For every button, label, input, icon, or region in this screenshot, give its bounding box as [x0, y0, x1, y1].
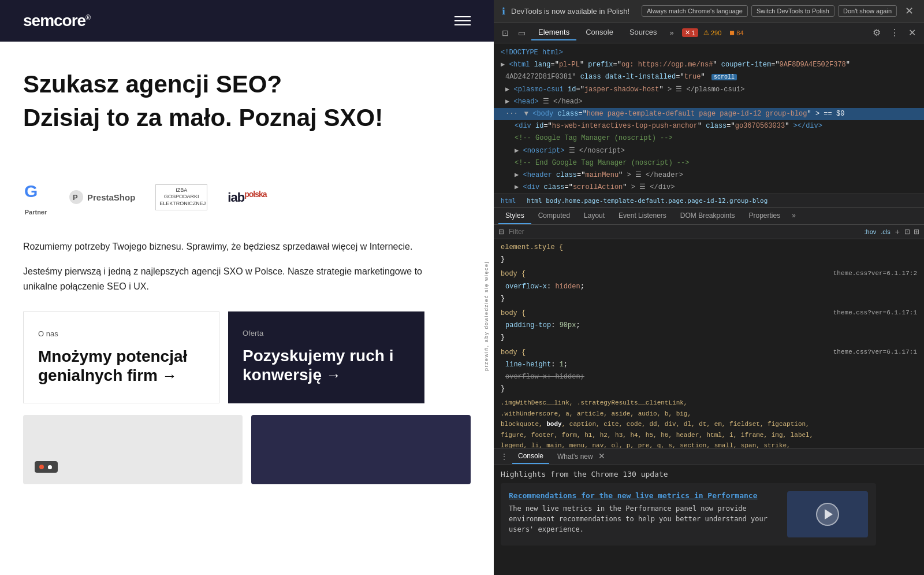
more-options-icon[interactable]: ⋮: [886, 25, 903, 40]
bottom-tabs: ⋮ Console What's new ✕: [494, 448, 924, 465]
izba-logo: IZBAGOSPODARKIELEKTRONICZNEJ: [155, 184, 207, 210]
dom-div-scroll: ▶ <div class="scrollAction" > ☰ </div>: [494, 181, 924, 194]
styles-subtabs: Styles Computed Layout Event Listeners D…: [494, 208, 924, 225]
website-panel: semcore® Szukasz agencji SEO? Dzisiaj to…: [0, 0, 494, 575]
tab-sources[interactable]: Sources: [623, 25, 664, 40]
dom-plasmo: ▶ <plasmo-csui id="jasper-shadow-host" >…: [494, 84, 924, 96]
subtab-computed[interactable]: Computed: [531, 208, 577, 224]
recording-badge: ⏺: [35, 461, 58, 473]
body-text-1: Rozumiemy potrzeby Twojego biznesu. Spra…: [0, 228, 462, 260]
inspect-icon[interactable]: ⊡: [498, 26, 512, 40]
bottom-panel: ⋮ Console What's new ✕ Highlights from t…: [494, 448, 924, 575]
dom-breadcrumb: html html body.home.page-template-defaul…: [494, 194, 924, 208]
tab-console-bottom[interactable]: Console: [512, 449, 549, 464]
card1-title: Mnożymy potencjał genialnych firm →: [38, 347, 204, 385]
whatsnew-close-btn[interactable]: ✕: [595, 449, 609, 463]
whatsnew-heading[interactable]: Recommendations for the new live metrics…: [509, 491, 780, 500]
card1-label: O nas: [38, 329, 204, 338]
cards-row: O nas Mnożymy potencjał genialnych firm …: [0, 300, 494, 415]
console-highlights-title: Highlights from the Chrome 130 update: [501, 470, 917, 478]
dom-noscript: ▶ <noscript> ☰ </noscript>: [494, 145, 924, 157]
hamburger-menu[interactable]: [454, 16, 471, 25]
dom-body: ··· ▼ <body class="home page-template-de…: [494, 108, 924, 120]
rec-dot: [39, 465, 44, 469]
dom-item: 4AD24272D81F0381" class data-lt-installe…: [494, 71, 924, 83]
hero-section: Szukasz agencji SEO? Dzisiaj to za mało.…: [0, 42, 494, 167]
card2-title: Pozyskujemy ruch i konwersję →: [243, 346, 410, 385]
layout-icon[interactable]: ⊞: [914, 228, 919, 236]
card1-arrow[interactable]: →: [162, 367, 177, 385]
settings-icon[interactable]: ⚙: [869, 25, 884, 40]
subtab-event-listeners[interactable]: Event Listeners: [612, 208, 673, 224]
subtab-layout[interactable]: Layout: [577, 208, 612, 224]
match-language-btn[interactable]: Always match Chrome's language: [642, 5, 748, 17]
play-triangle-icon: [825, 509, 833, 520]
google-partner-logo: G Partner: [23, 179, 49, 216]
logos-row: G Partner P PrestaShop IZBAGOSPODARKIELE…: [0, 167, 494, 228]
dom-div-hs: <div id="hs-web-interactives-top-push-an…: [494, 120, 924, 132]
tab-elements[interactable]: Elements: [531, 25, 576, 40]
hero-title-2: Dzisiaj to za mało. Poznaj SXO!: [23, 104, 471, 132]
debug-badge: ◼ 84: [726, 28, 746, 37]
devtools-panel: ℹ DevTools is now available in Polish! A…: [494, 0, 924, 575]
play-button[interactable]: [816, 503, 839, 526]
devtools-info-banner: ℹ DevTools is now available in Polish! A…: [494, 0, 924, 23]
card-about[interactable]: O nas Mnożymy potencjał genialnych firm …: [23, 311, 219, 403]
bottom-images: ⏺: [23, 415, 471, 484]
styles-panel: Styles Computed Layout Event Listeners D…: [494, 208, 924, 448]
dont-show-btn[interactable]: Don't show again: [838, 5, 897, 17]
card2-label: Oferta: [243, 329, 410, 337]
device-icon[interactable]: ▭: [515, 26, 529, 40]
site-header: semcore®: [0, 0, 494, 42]
iab-logo: iabpolska: [228, 190, 266, 205]
tab-console[interactable]: Console: [579, 25, 620, 40]
whatsnew-thumbnail: [787, 491, 868, 537]
site-logo: semcore®: [23, 12, 90, 30]
image-placeholder-2: [251, 415, 471, 484]
hero-title-1: Szukasz agencji SEO?: [23, 71, 471, 98]
css-rule-body-3: body { theme.css?ver=6.1.17:1 line-heigh…: [494, 347, 924, 396]
tab-whatsnew[interactable]: What's new ✕: [552, 448, 614, 465]
banner-close-btn[interactable]: ✕: [903, 5, 916, 17]
vertical-scroll-text: przewiń, aby dowiedzieć się więcej: [483, 261, 489, 371]
svg-text:G: G: [24, 181, 38, 201]
subtab-properties[interactable]: Properties: [742, 208, 788, 224]
dom-head: ▶ <head> ☰ </head>: [494, 96, 924, 108]
subtab-more[interactable]: »: [787, 208, 800, 224]
dom-header: ▶ <header class="mainMenu" > ☰ </header>: [494, 169, 924, 181]
copy-icon[interactable]: ⊡: [904, 228, 910, 236]
console-content: Highlights from the Chrome 130 update Re…: [494, 465, 924, 575]
card2-arrow[interactable]: →: [326, 366, 341, 384]
styles-filter-input[interactable]: [509, 228, 860, 236]
info-buttons: Always match Chrome's language Switch De…: [642, 5, 897, 17]
dom-comment-end-gtm: <!-- End Google Tag Manager (noscript) -…: [494, 157, 924, 169]
css-rule-element-style: element.style { }: [494, 242, 924, 266]
body-text-2: Jesteśmy pierwszą i jedną z najlepszych …: [0, 259, 462, 299]
prestashop-logo: P PrestaShop: [69, 190, 135, 205]
image-placeholder-1: ⏺: [23, 415, 243, 484]
filter-cls-btn[interactable]: .cls: [881, 228, 891, 235]
subtab-dom-breakpoints[interactable]: DOM Breakpoints: [673, 208, 742, 224]
more-tabs-icon[interactable]: »: [666, 25, 677, 40]
info-icon: ℹ: [502, 6, 505, 17]
filter-hov-btn[interactable]: :hov: [865, 228, 877, 235]
css-rule-body-2: body { theme.css?ver=6.1.17:1 padding-to…: [494, 307, 924, 344]
switch-polish-btn[interactable]: Switch DevTools to Polish: [751, 5, 834, 17]
whatsnew-description: The new live metrics in the Performance …: [509, 503, 780, 535]
css-rule-body-1: body { theme.css?ver=6.1.17:2 overflow-x…: [494, 268, 924, 305]
error-badge: ✕ 1: [682, 28, 698, 37]
svg-text:P: P: [73, 193, 78, 202]
dom-doctype: <!DOCTYPE html>: [494, 47, 924, 59]
card-offer[interactable]: Oferta Pozyskujemy ruch i konwersję →: [228, 311, 424, 403]
whatsnew-card: Recommendations for the new live metrics…: [501, 483, 876, 546]
dom-comment-gtm: <!-- Google Tag Manager (noscript) -->: [494, 132, 924, 144]
close-devtools-icon[interactable]: ✕: [905, 25, 919, 40]
devtools-toolbar: ⊡ ▭ Elements Console Sources » ✕ 1 ⚠ 290…: [494, 23, 924, 43]
bottom-settings-icon[interactable]: ⋮: [498, 450, 510, 463]
css-rules: element.style { } body { theme.css?ver=6…: [494, 239, 924, 448]
add-style-btn[interactable]: +: [895, 227, 900, 236]
warn-badge: ⚠ 290: [701, 28, 724, 37]
css-rule-long-selector: .imgWithDesc__link, .strategyResults__cl…: [494, 398, 924, 448]
info-banner-text: DevTools is now available in Polish!: [511, 7, 636, 16]
subtab-styles[interactable]: Styles: [498, 208, 531, 224]
